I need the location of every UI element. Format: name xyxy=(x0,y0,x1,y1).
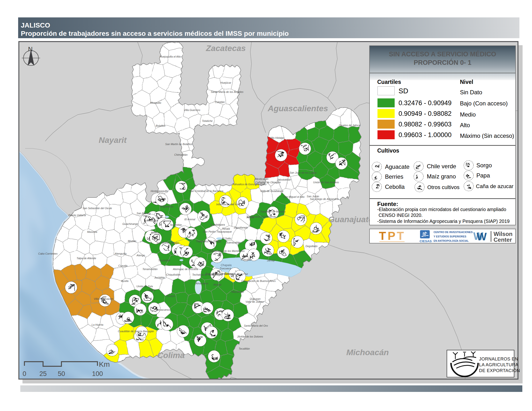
svg-text:Tonaya: Tonaya xyxy=(166,294,175,297)
svg-text:Chile verde: Chile verde xyxy=(427,163,456,169)
svg-text:Huejúcar: Huejúcar xyxy=(220,81,231,84)
svg-text:Mezquitic: Mezquitic xyxy=(150,101,162,104)
svg-text:Atemajac de Brizuela: Atemajac de Brizuela xyxy=(173,268,198,271)
svg-text:Jamay: Jamay xyxy=(267,259,275,262)
svg-text:Jilotlán de los Dolores: Jilotlán de los Dolores xyxy=(237,335,263,338)
svg-text:Guanajuato: Guanajuato xyxy=(328,215,373,224)
svg-text:Maíz grano: Maíz grano xyxy=(427,173,456,180)
svg-text:Guadalajara: Guadalajara xyxy=(210,223,225,226)
svg-text:Santa María del Oro: Santa María del Oro xyxy=(244,324,268,327)
svg-text:EN ANTROPOLOGÍA SOCIAL: EN ANTROPOLOGÍA SOCIAL xyxy=(434,239,469,242)
svg-text:San Pedro Tlaquepaque: San Pedro Tlaquepaque xyxy=(203,230,232,233)
svg-text:Mascota: Mascota xyxy=(87,230,97,233)
svg-text:Chimaltitán: Chimaltitán xyxy=(174,153,187,156)
svg-text:Atengo: Atengo xyxy=(136,254,145,257)
svg-text:100: 100 xyxy=(92,370,103,377)
svg-text:Teuchitlán: Teuchitlán xyxy=(170,223,182,226)
svg-text:Teocuitatlán de Corona: Teocuitatlán de Corona xyxy=(205,272,233,275)
svg-text:Atenguillo: Atenguillo xyxy=(115,252,126,255)
svg-text:Km: Km xyxy=(99,360,110,368)
svg-text:Cuautla: Cuautla xyxy=(118,264,127,267)
svg-text:Huejuquilla el Alto: Huejuquilla el Alto xyxy=(160,55,181,58)
svg-text:Papa: Papa xyxy=(476,172,490,179)
svg-text:Ahualulco: Ahualulco xyxy=(146,219,158,222)
svg-text:Totatiche: Totatiche xyxy=(202,120,213,122)
svg-text:Degollado: Degollado xyxy=(305,245,317,248)
svg-text:Ixtlahuacán del Río: Ixtlahuacán del Río xyxy=(216,203,239,206)
svg-text:Cabo Corrientes: Cabo Corrientes xyxy=(38,252,58,255)
svg-text:San Miguel el Alto: San Miguel el Alto xyxy=(283,195,304,198)
svg-text:Talpa de Allende: Talpa de Allende xyxy=(76,257,96,260)
svg-text:Tonalá: Tonalá xyxy=(222,227,230,230)
svg-text:Santa María de los Ángeles: Santa María de los Ángeles xyxy=(211,90,244,93)
svg-text:Bolaños: Bolaños xyxy=(156,124,165,127)
svg-text:T: T xyxy=(379,230,386,242)
svg-text:Magdalena: Magdalena xyxy=(160,205,173,208)
svg-text:Poncitlán: Poncitlán xyxy=(241,258,252,261)
svg-text:Chiquilistlán: Chiquilistlán xyxy=(166,273,180,276)
svg-text:Tenamaxtlán: Tenamaxtlán xyxy=(142,268,158,271)
svg-text:San Sebastián del Oeste: San Sebastián del Oeste xyxy=(83,207,112,210)
svg-text:Otros cultivos: Otros cultivos xyxy=(427,184,459,190)
svg-text:Aguacate: Aguacate xyxy=(385,163,409,170)
svg-text:San Ignacio Cerro Gordo: San Ignacio Cerro Gordo xyxy=(247,215,276,218)
svg-text:CIESAS: CIESAS xyxy=(419,239,432,243)
svg-text:Tepatitlán de Morelos: Tepatitlán de Morelos xyxy=(260,210,285,213)
svg-text:Tuxcacuesco: Tuxcacuesco xyxy=(155,308,171,311)
svg-text:N: N xyxy=(28,46,33,53)
svg-text:Y ESTUDIOS SUPERIORES: Y ESTUDIOS SUPERIORES xyxy=(434,235,466,238)
svg-text:Amacueca: Amacueca xyxy=(195,282,208,285)
svg-text:San Martín de Bolaños: San Martín de Bolaños xyxy=(165,143,192,146)
svg-text:Nayarit: Nayarit xyxy=(99,135,127,145)
svg-text:Puerto Vallarta: Puerto Vallarta xyxy=(68,214,86,217)
svg-text:Tlajomulco de Zúñiga: Tlajomulco de Zúñiga xyxy=(196,240,221,243)
svg-text:El Arenal: El Arenal xyxy=(184,218,195,221)
svg-text:San Cristóbal de la Barranca: San Cristóbal de la Barranca xyxy=(189,189,223,192)
svg-text:Wilson: Wilson xyxy=(494,231,513,237)
svg-text:Unión de Tula: Unión de Tula xyxy=(136,285,153,288)
svg-text:Tecolotlán: Tecolotlán xyxy=(158,259,170,262)
svg-text:Mixtlán: Mixtlán xyxy=(128,240,136,243)
svg-text:Villa Hidalgo: Villa Hidalgo xyxy=(270,136,284,139)
svg-text:Ameca: Ameca xyxy=(151,231,159,234)
svg-text:Quitupan: Quitupan xyxy=(250,297,261,300)
svg-text:Caña de azucar: Caña de azucar xyxy=(476,183,513,189)
svg-text:Guachinango: Guachinango xyxy=(122,223,138,225)
svg-text:Zapotlanejo: Zapotlanejo xyxy=(234,226,248,229)
svg-text:Unión de San Antonio: Unión de San Antonio xyxy=(313,181,339,184)
svg-text:CENTRO DE INVESTIGACIONES: CENTRO DE INVESTIGACIONES xyxy=(434,231,473,234)
svg-text:Berries: Berries xyxy=(385,173,403,180)
svg-text:San Marcos: San Marcos xyxy=(137,212,151,215)
svg-text:Mexticacán: Mexticacán xyxy=(255,177,268,180)
svg-text:Juanacatlán: Juanacatlán xyxy=(226,241,240,244)
svg-text:Sorgo: Sorgo xyxy=(476,162,492,168)
svg-text:T: T xyxy=(397,230,404,242)
svg-text:Mazamitla: Mazamitla xyxy=(231,290,244,293)
svg-text:Chapala: Chapala xyxy=(221,263,232,267)
svg-text:Valle de Guadalupe: Valle de Guadalupe xyxy=(260,189,283,192)
svg-text:Hostotipaquillo: Hostotipaquillo xyxy=(151,189,168,192)
svg-text:Colotlán: Colotlán xyxy=(215,101,225,103)
svg-text:Concepción de Buenos Aires: Concepción de Buenos Aires xyxy=(241,280,276,282)
svg-text:Colima: Colima xyxy=(157,351,184,360)
svg-text:Cebolla: Cebolla xyxy=(385,184,405,190)
svg-text:Ixtlahuacán de los Membrillos: Ixtlahuacán de los Membrillos xyxy=(210,250,245,252)
svg-text:San Juan de los Lagos: San Juan de los Lagos xyxy=(289,171,316,174)
svg-text:Atoyac: Atoyac xyxy=(213,283,221,286)
svg-text:Ejutla: Ejutla xyxy=(149,289,155,291)
svg-text:San Martín Hidalgo: San Martín Hidalgo xyxy=(156,241,179,244)
svg-text:El Salto: El Salto xyxy=(222,237,231,240)
svg-text:Tuxcueca: Tuxcueca xyxy=(220,267,231,270)
svg-text:Cañadas de Obregón: Cañadas de Obregón xyxy=(255,181,281,184)
svg-text:La Huerta: La Huerta xyxy=(92,323,103,326)
svg-text:Tecalitlán: Tecalitlán xyxy=(239,347,250,350)
svg-text:Juchitlán: Juchitlán xyxy=(154,276,165,279)
svg-text:25: 25 xyxy=(39,370,47,377)
svg-text:Villa Guerrero: Villa Guerrero xyxy=(184,109,200,112)
svg-text:Ayutla: Ayutla xyxy=(121,280,128,282)
svg-text:P: P xyxy=(388,230,395,242)
svg-text:Villa Purificación: Villa Purificación xyxy=(94,297,114,300)
svg-text:Aguascalientes: Aguascalientes xyxy=(267,104,328,113)
svg-text:50: 50 xyxy=(58,370,65,377)
svg-text:W: W xyxy=(477,231,487,243)
